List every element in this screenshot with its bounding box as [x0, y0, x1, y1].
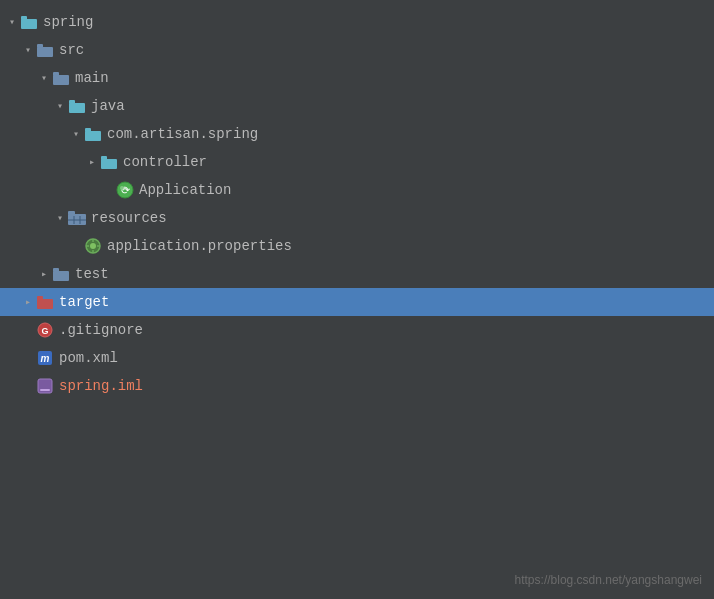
file-tree: ▾ spring ▾ src ▾ main: [0, 0, 714, 408]
chevron-right-icon: ▸: [84, 154, 100, 170]
watermark-text: https://blog.csdn.net/yangshangwei: [515, 573, 702, 587]
chevron-down-icon: ▾: [68, 126, 84, 142]
test-label: test: [75, 266, 109, 282]
application-label: Application: [139, 182, 231, 198]
iml-icon: [36, 377, 54, 395]
spring-label: spring: [43, 14, 93, 30]
svg-rect-6: [69, 103, 85, 113]
src-label: src: [59, 42, 84, 58]
folder-icon: [52, 69, 70, 87]
svg-rect-29: [37, 296, 43, 300]
folder-icon: [36, 41, 54, 59]
tree-item-spring-iml[interactable]: spring.iml: [0, 372, 714, 400]
tree-item-test[interactable]: ▸ test: [0, 260, 714, 288]
svg-text:⟳: ⟳: [121, 184, 130, 196]
chevron-down-icon: ▾: [52, 210, 68, 226]
svg-rect-35: [40, 389, 50, 391]
svg-rect-1: [21, 16, 27, 20]
pom-xml-label: pom.xml: [59, 350, 118, 366]
svg-rect-0: [21, 19, 37, 29]
tree-item-pom-xml[interactable]: m pom.xml: [0, 344, 714, 372]
resources-folder-icon: [68, 209, 86, 227]
com-artisan-label: com.artisan.spring: [107, 126, 258, 142]
tree-item-src[interactable]: ▾ src: [0, 36, 714, 64]
chevron-down-icon: ▾: [52, 98, 68, 114]
svg-rect-7: [69, 100, 75, 104]
java-label: java: [91, 98, 125, 114]
tree-item-resources[interactable]: ▾ resources: [0, 204, 714, 232]
chevron-right-icon: ▸: [36, 266, 52, 282]
tree-item-java[interactable]: ▾ java: [0, 92, 714, 120]
svg-rect-28: [37, 299, 53, 309]
svg-text:m: m: [41, 353, 50, 364]
target-label: target: [59, 294, 109, 310]
svg-rect-9: [85, 128, 91, 132]
chevron-down-icon: ▾: [36, 70, 52, 86]
folder-teal-icon: [84, 125, 102, 143]
folder-red-icon: [36, 293, 54, 311]
svg-text:G: G: [41, 326, 48, 336]
chevron-right-icon: ▸: [20, 294, 36, 310]
svg-rect-3: [37, 44, 43, 48]
git-icon: G: [36, 321, 54, 339]
properties-icon: [84, 237, 102, 255]
svg-rect-27: [53, 268, 59, 272]
tree-item-main[interactable]: ▾ main: [0, 64, 714, 92]
app-properties-label: application.properties: [107, 238, 292, 254]
svg-rect-11: [101, 156, 107, 160]
tree-item-application-properties[interactable]: application.properties: [0, 232, 714, 260]
svg-rect-26: [53, 271, 69, 281]
spring-boot-icon: ⟳: [116, 181, 134, 199]
svg-rect-2: [37, 47, 53, 57]
svg-point-21: [90, 243, 96, 249]
spring-iml-label: spring.iml: [59, 378, 143, 394]
svg-rect-16: [68, 211, 75, 215]
folder-teal-icon: [68, 97, 86, 115]
folder-teal-icon: [20, 13, 38, 31]
tree-item-gitignore[interactable]: G .gitignore: [0, 316, 714, 344]
folder-icon: [52, 265, 70, 283]
main-label: main: [75, 70, 109, 86]
tree-item-spring[interactable]: ▾ spring: [0, 8, 714, 36]
chevron-down-icon: ▾: [4, 14, 20, 30]
svg-rect-5: [53, 72, 59, 76]
resources-label: resources: [91, 210, 167, 226]
svg-rect-4: [53, 75, 69, 85]
tree-item-application[interactable]: ⟳ Application: [0, 176, 714, 204]
svg-rect-10: [101, 159, 117, 169]
maven-icon: m: [36, 349, 54, 367]
controller-label: controller: [123, 154, 207, 170]
tree-item-com-artisan-spring[interactable]: ▾ com.artisan.spring: [0, 120, 714, 148]
tree-item-target[interactable]: ▸ target: [0, 288, 714, 316]
chevron-down-icon: ▾: [20, 42, 36, 58]
tree-item-controller[interactable]: ▸ controller: [0, 148, 714, 176]
folder-teal-icon: [100, 153, 118, 171]
svg-rect-8: [85, 131, 101, 141]
gitignore-label: .gitignore: [59, 322, 143, 338]
